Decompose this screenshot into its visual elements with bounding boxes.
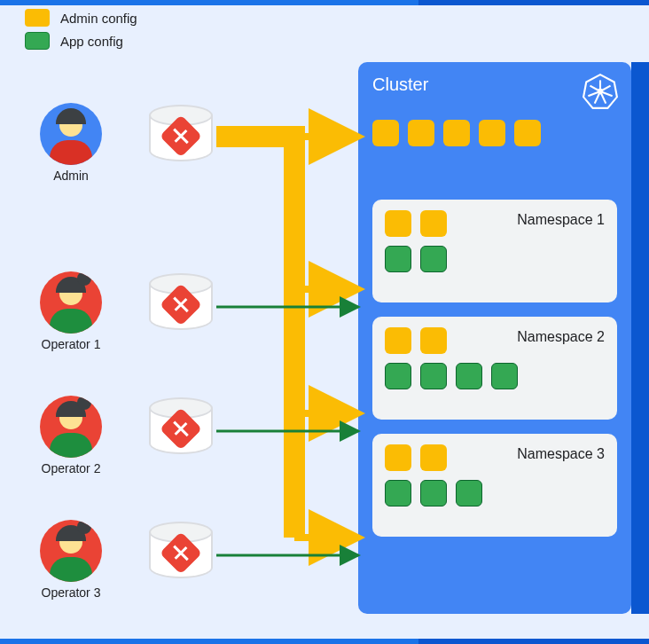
- avatar-operator-3: [40, 520, 102, 582]
- actor-label-admin: Admin: [18, 169, 124, 183]
- namespace-1-title: Namespace 1: [517, 212, 605, 228]
- namespace-2-title: Namespace 2: [517, 329, 605, 345]
- config-box-app: [385, 480, 411, 507]
- config-box-admin: [420, 327, 447, 354]
- avatar-operator-1: [40, 271, 102, 334]
- config-box-admin: [479, 120, 505, 146]
- repo-admin: [149, 105, 213, 161]
- config-box-admin: [385, 444, 411, 471]
- kubernetes-icon: [582, 73, 619, 110]
- legend-app-config: App config: [25, 32, 137, 50]
- repo-operator-2: [149, 397, 213, 454]
- config-box-app: [420, 363, 447, 389]
- config-box-admin: [385, 327, 411, 354]
- cluster-panel: Cluster Namespace 1: [358, 62, 631, 614]
- diagram-canvas: Admin config App config Admin Operator 1…: [0, 5, 649, 639]
- actor-label-op1: Operator 1: [18, 337, 124, 351]
- legend-swatch-app: [25, 32, 50, 50]
- config-box-app: [420, 480, 447, 507]
- namespace-3-title: Namespace 3: [517, 446, 605, 462]
- actor-operator-2: Operator 2: [18, 396, 124, 475]
- avatar-operator-2: [40, 396, 102, 458]
- actor-label-op3: Operator 3: [18, 585, 124, 600]
- config-box-app: [420, 246, 447, 272]
- config-box-admin: [372, 120, 399, 146]
- legend-admin-config: Admin config: [25, 9, 137, 27]
- namespace-3: Namespace 3: [372, 434, 617, 537]
- namespace-2: Namespace 2: [372, 317, 617, 420]
- legend-swatch-admin: [25, 9, 50, 27]
- config-box-app: [385, 246, 411, 272]
- repo-operator-3: [149, 522, 213, 578]
- actor-admin: Admin: [18, 103, 124, 183]
- config-box-app: [491, 363, 518, 389]
- legend-label-app: App config: [60, 34, 123, 49]
- config-box-admin: [443, 120, 470, 146]
- config-box-app: [456, 480, 482, 507]
- actor-operator-3: Operator 3: [18, 520, 124, 600]
- repo-operator-1: [149, 273, 213, 330]
- config-box-admin: [408, 120, 434, 146]
- avatar-admin: [40, 103, 102, 165]
- config-box-app: [385, 363, 411, 389]
- cluster-admin-config-boxes: [372, 120, 550, 146]
- svg-line-10: [600, 86, 611, 91]
- legend: Admin config App config: [25, 9, 137, 55]
- namespace-1: Namespace 1: [372, 200, 617, 302]
- config-box-admin: [420, 444, 447, 471]
- cluster-title: Cluster: [372, 75, 617, 95]
- config-box-app: [456, 363, 482, 389]
- config-box-admin: [420, 210, 447, 237]
- actor-label-op2: Operator 2: [18, 461, 124, 475]
- config-box-admin: [514, 120, 541, 146]
- actor-operator-1: Operator 1: [18, 271, 124, 351]
- legend-label-admin: Admin config: [60, 11, 137, 26]
- bottom-border: [0, 639, 649, 644]
- svg-line-15: [590, 86, 600, 91]
- config-box-admin: [385, 210, 411, 237]
